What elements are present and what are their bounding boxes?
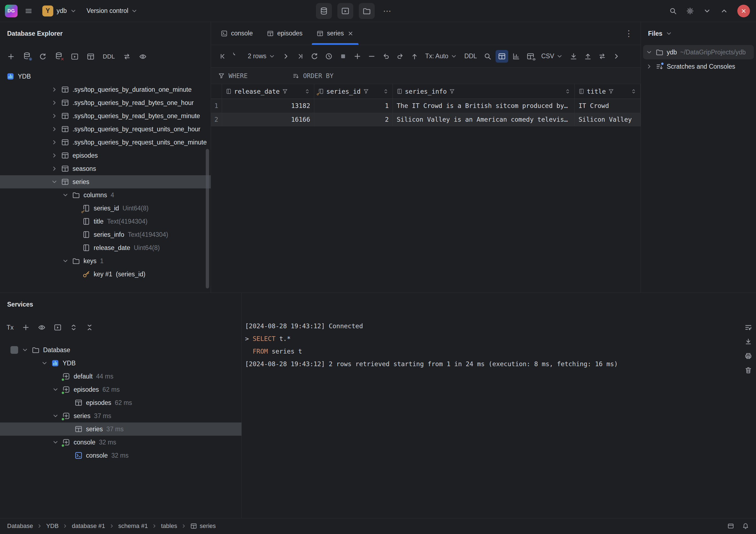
stop-button[interactable] xyxy=(337,50,349,63)
sort-icon[interactable] xyxy=(304,89,310,94)
revert-button[interactable] xyxy=(380,50,392,63)
table-view-button[interactable] xyxy=(87,53,94,61)
tab-series-active[interactable]: series xyxy=(310,22,361,45)
tree-column-series-info[interactable]: series_info Text(4194304) xyxy=(0,228,211,241)
tree-item-table-series-selected[interactable]: series xyxy=(0,175,211,188)
services-session-episodes[interactable]: episodes 62 ms xyxy=(0,383,241,396)
cell-release-date[interactable]: 16166 xyxy=(222,113,314,126)
tree-key-item[interactable]: key #1 (series_id) xyxy=(0,268,211,281)
tree-group-keys[interactable]: keys 1 xyxy=(0,254,211,268)
clear-output-button[interactable] xyxy=(744,366,752,374)
sort-icon[interactable] xyxy=(383,89,389,94)
project-files-button[interactable] xyxy=(359,3,375,19)
export-format-dropdown[interactable]: CSV xyxy=(538,52,566,60)
funnel-icon[interactable] xyxy=(363,89,369,94)
breadcrumb-tables[interactable]: tables xyxy=(161,522,177,530)
settings-button[interactable] xyxy=(686,7,694,15)
add-service-button[interactable] xyxy=(22,324,30,331)
view-options-button[interactable] xyxy=(38,324,45,331)
open-console-button[interactable] xyxy=(54,324,62,331)
tree-column-series-id[interactable]: series_id Uint64(8) xyxy=(0,201,211,215)
services-item-ydb[interactable]: YDB xyxy=(0,357,241,370)
tab-episodes[interactable]: episodes xyxy=(260,22,310,45)
funnel-icon[interactable] xyxy=(282,89,288,94)
compare-data-button[interactable] xyxy=(596,50,608,63)
cell-release-date[interactable]: 13182 xyxy=(222,99,314,113)
notifications-button[interactable] xyxy=(742,523,749,529)
run-tool-button[interactable] xyxy=(338,3,353,19)
page-size-dropdown[interactable]: 2 rows xyxy=(245,52,278,60)
find-button[interactable] xyxy=(481,50,494,63)
expand-all-button[interactable] xyxy=(70,324,77,331)
corner-cell[interactable] xyxy=(211,84,222,99)
reload-data-button[interactable] xyxy=(308,50,321,63)
row-number[interactable]: 2 xyxy=(211,113,222,126)
expand-toolbar-button[interactable] xyxy=(720,7,728,15)
cell-title[interactable]: IT Crowd xyxy=(575,99,641,113)
breadcrumb-series[interactable]: series xyxy=(190,522,216,530)
compare-button[interactable] xyxy=(123,53,131,61)
last-page-button[interactable] xyxy=(294,50,307,63)
query-history-button[interactable] xyxy=(322,50,335,63)
breadcrumb-schema-1[interactable]: schema #1 xyxy=(119,522,148,530)
breadcrumb-ydb[interactable]: YDB xyxy=(46,522,59,530)
delete-row-button[interactable] xyxy=(365,50,378,63)
services-session-default[interactable]: default 44 ms xyxy=(0,370,241,383)
cell-series-id[interactable]: 2 xyxy=(314,113,393,126)
more-toolbar-button[interactable] xyxy=(610,50,623,63)
view-options-button[interactable] xyxy=(139,53,147,61)
collapse-all-button[interactable] xyxy=(86,324,94,331)
new-console-button[interactable] xyxy=(71,53,79,61)
project-selector[interactable]: Y ydb xyxy=(40,4,79,18)
print-button[interactable] xyxy=(744,352,752,360)
services-session-console[interactable]: console 32 ms xyxy=(0,436,241,449)
tree-item-table[interactable]: .sys/top_queries_by_duration_one_minute xyxy=(0,83,211,96)
first-page-button[interactable] xyxy=(216,50,229,63)
close-window-button[interactable] xyxy=(737,5,750,17)
tree-item-table[interactable]: .sys/top_queries_by_request_units_one_mi… xyxy=(0,136,211,149)
cell-series-info[interactable]: Silicon Valley is an American comedy tel… xyxy=(393,113,575,126)
row-number[interactable]: 1 xyxy=(211,99,222,113)
column-header-series-id[interactable]: series_id xyxy=(314,84,393,99)
transaction-mode-dropdown[interactable]: Tx: Auto xyxy=(422,52,460,60)
export-data-button[interactable] xyxy=(567,50,580,63)
close-tab-icon[interactable] xyxy=(347,31,354,37)
scroll-to-end-button[interactable] xyxy=(744,338,752,346)
breadcrumb-database-1[interactable]: database #1 xyxy=(72,522,105,530)
version-control-selector[interactable]: Version control xyxy=(83,6,141,16)
tx-toggle[interactable]: Tx xyxy=(7,324,14,331)
services-session-series[interactable]: series 37 ms xyxy=(0,409,241,422)
transpose-view-toggle[interactable] xyxy=(524,50,537,63)
output-console[interactable]: [2024-08-28 19:43:12] Connected > SELECT… xyxy=(242,293,756,518)
redo-button[interactable] xyxy=(394,50,407,63)
services-result-series-selected[interactable]: series 37 ms xyxy=(0,422,241,436)
ddl-button[interactable]: DDL xyxy=(103,53,115,60)
status-square[interactable] xyxy=(11,346,18,354)
tree-column-release-date[interactable]: release_date Uint64(8) xyxy=(0,241,211,254)
column-header-title[interactable]: title xyxy=(575,84,641,99)
breadcrumb-database[interactable]: Database xyxy=(7,522,33,530)
tab-console[interactable]: console xyxy=(214,22,260,45)
table-view-toggle[interactable] xyxy=(496,50,508,63)
main-menu-button[interactable] xyxy=(21,4,36,18)
files-panel-header[interactable]: Files xyxy=(641,22,756,45)
where-filter[interactable]: WHERE xyxy=(229,72,248,79)
tree-item-table[interactable]: .sys/top_queries_by_read_bytes_one_hour xyxy=(0,96,211,109)
tree-item-ydb-root[interactable]: YDB xyxy=(0,70,211,83)
refresh-button[interactable] xyxy=(39,53,47,61)
funnel-icon[interactable] xyxy=(449,89,455,94)
editor-preview-button[interactable] xyxy=(727,523,734,529)
ddl-button[interactable]: DDL xyxy=(462,52,480,60)
order-by-filter[interactable]: ORDER BY xyxy=(303,72,334,79)
files-item-scratches[interactable]: Scratches and Consoles xyxy=(641,59,756,74)
chart-view-toggle[interactable] xyxy=(510,50,523,63)
search-everywhere-button[interactable] xyxy=(669,7,677,15)
tree-group-columns[interactable]: columns 4 xyxy=(0,188,211,201)
funnel-icon[interactable] xyxy=(608,89,614,94)
tree-item-table[interactable]: .sys/top_queries_by_request_units_one_ho… xyxy=(0,122,211,136)
sort-icon[interactable] xyxy=(565,89,571,94)
column-header-release-date[interactable]: release_date xyxy=(222,84,314,99)
previous-page-button[interactable] xyxy=(231,50,243,63)
import-data-button[interactable] xyxy=(581,50,594,63)
explorer-scrollbar[interactable] xyxy=(206,149,209,288)
